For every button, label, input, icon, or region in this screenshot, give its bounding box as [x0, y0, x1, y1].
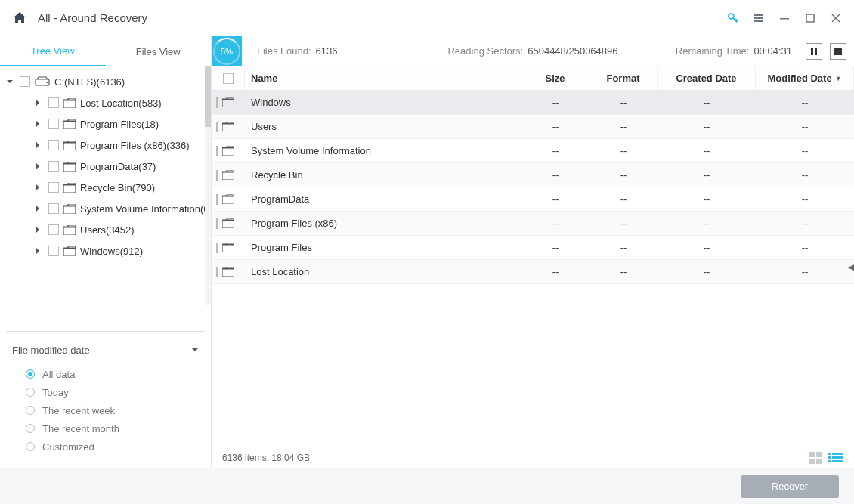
row-checkbox[interactable]: [216, 170, 218, 181]
tree-item[interactable]: Program Files (x86)(336): [0, 135, 211, 156]
tree-checkbox[interactable]: [48, 182, 59, 193]
tab-tree-label: Tree View: [31, 45, 75, 57]
table-row[interactable]: ProgramData--------: [212, 187, 854, 212]
svg-rect-14: [816, 459, 822, 464]
list-view-icon[interactable]: [828, 452, 843, 464]
cell-size: --: [521, 187, 589, 211]
tab-tree-view[interactable]: Tree View: [0, 36, 106, 66]
row-checkbox[interactable]: [216, 194, 218, 205]
tab-files-view[interactable]: Files View: [106, 36, 212, 66]
radio-icon[interactable]: [26, 442, 35, 451]
folder-icon: [63, 204, 76, 214]
row-checkbox[interactable]: [216, 97, 218, 108]
home-icon[interactable]: [12, 11, 27, 26]
table-row[interactable]: Lost Location--------: [212, 260, 854, 284]
col-modified[interactable]: Modified Date▼: [756, 66, 854, 90]
cell-size: --: [521, 260, 589, 283]
filter-option[interactable]: The recent week: [26, 401, 185, 419]
col-size[interactable]: Size: [521, 66, 589, 90]
svg-rect-4: [780, 18, 789, 20]
row-checkbox[interactable]: [216, 267, 218, 277]
filter-option[interactable]: Today: [26, 383, 185, 401]
cell-created: --: [658, 212, 756, 235]
radio-icon[interactable]: [26, 406, 35, 415]
radio-icon[interactable]: [26, 388, 35, 397]
minimize-icon[interactable]: [778, 12, 791, 24]
tree-checkbox[interactable]: [48, 161, 59, 172]
select-all-checkbox[interactable]: [223, 73, 234, 84]
col-name[interactable]: Name: [245, 66, 521, 90]
table-row[interactable]: Program Files--------: [212, 236, 854, 260]
row-checkbox[interactable]: [216, 218, 218, 229]
expand-icon[interactable]: [35, 142, 44, 148]
expand-icon[interactable]: [35, 227, 44, 233]
tree-checkbox[interactable]: [20, 76, 30, 87]
cell-modified: --: [756, 236, 854, 259]
expand-icon[interactable]: [35, 100, 44, 106]
tree-checkbox[interactable]: [48, 224, 59, 235]
progress-spinner: 5%: [212, 36, 242, 66]
table-row[interactable]: Users--------: [212, 115, 854, 139]
svg-rect-12: [816, 452, 822, 457]
filter-option[interactable]: All data: [26, 365, 185, 383]
tree-item-label: Windows(912): [80, 246, 143, 257]
row-checkbox[interactable]: [216, 122, 218, 132]
cell-size: --: [521, 139, 589, 162]
tree-item[interactable]: Recycle Bin(790): [0, 177, 211, 198]
expand-icon[interactable]: [35, 184, 44, 190]
maximize-icon[interactable]: [804, 12, 816, 24]
tree-checkbox[interactable]: [48, 97, 59, 108]
row-checkbox[interactable]: [216, 146, 218, 156]
recover-button[interactable]: Recover: [741, 475, 839, 498]
chevron-down-icon: [191, 346, 199, 354]
grid-view-icon[interactable]: [809, 452, 824, 464]
tree-checkbox[interactable]: [48, 119, 59, 129]
tree-root-row[interactable]: C:(NTFS)(6136): [0, 71, 211, 92]
expand-icon[interactable]: [35, 121, 44, 127]
svg-rect-15: [828, 453, 831, 455]
svg-rect-19: [828, 460, 831, 462]
tree-scrollbar[interactable]: [205, 66, 211, 305]
close-icon[interactable]: [830, 12, 842, 24]
radio-icon[interactable]: [26, 369, 35, 379]
tree-item[interactable]: Users(3452): [0, 219, 211, 240]
menu-icon[interactable]: [753, 12, 765, 24]
table-row[interactable]: Windows--------: [212, 91, 854, 115]
table-row[interactable]: System Volume Information--------: [212, 139, 854, 163]
table-row[interactable]: Recycle Bin--------: [212, 163, 854, 187]
svg-rect-11: [809, 452, 815, 457]
tree-checkbox[interactable]: [48, 203, 59, 214]
filter-header[interactable]: File modified date: [12, 339, 199, 360]
expand-panel-icon[interactable]: ◀: [847, 252, 854, 283]
tree-item[interactable]: Lost Location(583): [0, 92, 211, 113]
cell-size: --: [521, 115, 589, 138]
cell-created: --: [658, 115, 756, 138]
cell-format: --: [589, 236, 658, 259]
collapse-icon[interactable]: [6, 78, 15, 85]
tab-files-label: Files View: [136, 46, 181, 57]
col-format[interactable]: Format: [589, 66, 658, 90]
tree-item[interactable]: Program Files(18): [0, 113, 211, 135]
tree-item[interactable]: Windows(912): [0, 240, 211, 261]
expand-icon[interactable]: [35, 206, 44, 212]
stop-button[interactable]: [830, 43, 846, 60]
pause-button[interactable]: [806, 43, 822, 60]
filter-title: File modified date: [12, 345, 90, 356]
tree-item[interactable]: System Volume Information(6: [0, 198, 211, 219]
radio-icon[interactable]: [26, 424, 35, 433]
cell-format: --: [589, 163, 658, 187]
table-row[interactable]: Program Files (x86)--------: [212, 212, 854, 236]
col-created[interactable]: Created Date: [658, 66, 756, 90]
filter-option[interactable]: Customized: [26, 438, 185, 456]
expand-icon[interactable]: [35, 163, 44, 169]
filter-option[interactable]: The recent month: [26, 419, 185, 438]
files-found-label: Files Found:: [257, 45, 311, 57]
tree-item-label: Lost Location(583): [80, 97, 162, 109]
tree-checkbox[interactable]: [48, 140, 59, 150]
expand-icon[interactable]: [35, 248, 44, 254]
row-checkbox[interactable]: [216, 243, 218, 253]
cell-created: --: [658, 260, 756, 283]
tree-item[interactable]: ProgramData(37): [0, 156, 211, 177]
tree-checkbox[interactable]: [48, 246, 59, 256]
key-icon[interactable]: [727, 12, 739, 24]
